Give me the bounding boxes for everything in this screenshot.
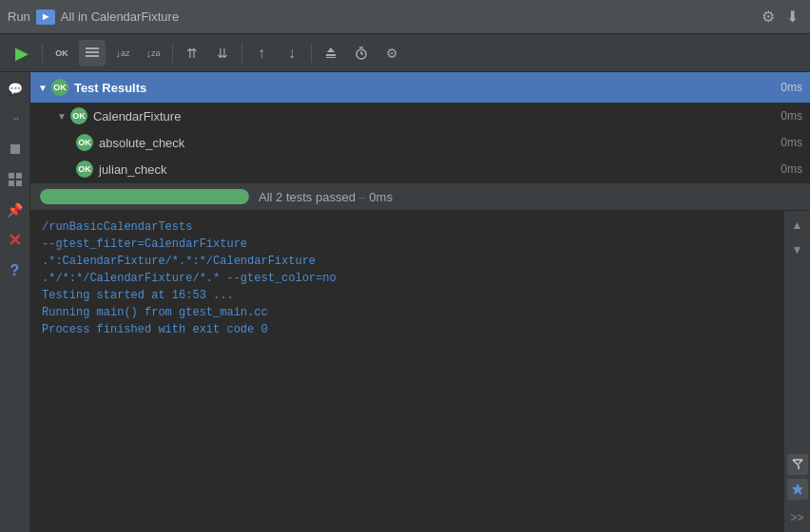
- progress-bar-fill: [40, 189, 249, 204]
- svg-rect-1: [86, 51, 99, 53]
- calendar-fixture-label: CalendarFixture: [93, 109, 182, 124]
- absolute-check-label: absolute_check: [99, 136, 184, 150]
- sidebar-grid-icon[interactable]: [3, 167, 28, 192]
- expand-more-button[interactable]: >>: [787, 507, 808, 528]
- run-icon: ▶: [36, 10, 55, 25]
- run-label: Run: [8, 10, 30, 24]
- sort-az-button[interactable]: ↓az: [109, 40, 136, 66]
- header-ok-badge: OK: [51, 79, 68, 96]
- ok-toggle-button[interactable]: OK: [48, 40, 75, 66]
- header-arrow-icon: ▼: [38, 83, 48, 93]
- export-icon: [324, 47, 338, 60]
- console-line-5: Running main() from gtest_main.cc: [42, 304, 772, 321]
- svg-rect-4: [326, 57, 336, 58]
- console-output: /runBasicCalendarTests --gtest_filter=Ca…: [30, 211, 783, 532]
- timer-icon: [355, 47, 368, 60]
- sort-za-button[interactable]: ↓za: [140, 40, 166, 66]
- svg-rect-2: [86, 55, 99, 57]
- run-play-button[interactable]: ▶: [8, 40, 36, 66]
- calendar-fixture-row[interactable]: ▼ OK CalendarFixture 0ms: [30, 103, 810, 129]
- main-area: 💬 · · 📌 ✕ ? ▼ OK Test Results: [0, 72, 810, 532]
- console-line-0: /runBasicCalendarTests: [42, 218, 772, 236]
- stop-icon: [9, 142, 22, 156]
- console-section: /runBasicCalendarTests --gtest_filter=Ca…: [30, 211, 810, 532]
- list-view-button[interactable]: [79, 40, 106, 66]
- progress-status-text: All 2 tests passed – 0ms: [259, 190, 393, 204]
- progress-area: All 2 tests passed – 0ms: [30, 182, 810, 211]
- arrow-down-button[interactable]: ↓: [279, 40, 305, 66]
- console-line-1: --gtest_filter=CalendarFixture: [42, 236, 772, 253]
- svg-rect-13: [9, 180, 14, 186]
- julian-check-time: 0ms: [781, 162, 802, 176]
- right-panel: ▲ ▼ >>: [783, 211, 810, 532]
- svg-line-15: [793, 460, 799, 466]
- arrow-up-button[interactable]: ↑: [248, 40, 275, 66]
- sort-up-button[interactable]: ⇈: [179, 40, 205, 66]
- title-right: ⚙ ⬇: [758, 6, 802, 28]
- svg-rect-14: [16, 180, 22, 186]
- export-button[interactable]: [318, 40, 344, 66]
- console-line-3: .*/*:*/CalendarFixture/*.* --gtest_color…: [42, 270, 772, 287]
- scroll-down-button[interactable]: ▼: [787, 239, 808, 260]
- download-button[interactable]: ⬇: [782, 6, 802, 28]
- scroll-up-button[interactable]: ▲: [787, 215, 808, 236]
- sidebar-x-icon[interactable]: ✕: [3, 228, 28, 253]
- svg-marker-19: [792, 484, 803, 495]
- filter-icon: [791, 458, 804, 471]
- sort-down-button[interactable]: ⇊: [209, 40, 236, 66]
- settings-button[interactable]: ⚙: [758, 6, 779, 28]
- julian-check-row[interactable]: OK julian_check 0ms: [30, 156, 810, 182]
- test-results-time: 0ms: [781, 81, 802, 94]
- content-panel: ▼ OK Test Results 0ms ▼ OK CalendarFixtu…: [30, 72, 810, 532]
- sidebar-stop-icon[interactable]: [3, 137, 28, 162]
- test-results-header[interactable]: ▼ OK Test Results 0ms: [30, 72, 810, 103]
- pin-button[interactable]: [787, 479, 808, 500]
- toolbar: ▶ OK ↓az ↓za ⇈ ⇊ ↑ ↓ ⚙: [0, 34, 810, 72]
- svg-rect-3: [326, 54, 336, 56]
- svg-rect-10: [10, 144, 20, 154]
- separator-4: [311, 44, 312, 63]
- window-title: All in CalendarFixture: [61, 10, 179, 24]
- separator-1: [42, 44, 43, 63]
- timer-button[interactable]: [348, 40, 375, 66]
- progress-status-label: All 2 tests passed: [259, 190, 356, 204]
- progress-bar-container: [40, 189, 249, 204]
- title-bar: Run ▶ All in CalendarFixture ⚙ ⬇: [0, 0, 810, 34]
- progress-time-label: 0ms: [369, 190, 393, 204]
- filter-active-button[interactable]: [787, 454, 808, 475]
- separator-2: [172, 44, 173, 63]
- ok-badge-icon: OK: [55, 48, 68, 58]
- grid-icon: [9, 173, 22, 186]
- julian-check-ok-badge: OK: [76, 161, 93, 178]
- test-tree: ▼ OK Test Results 0ms ▼ OK CalendarFixtu…: [30, 72, 810, 182]
- fixture-ok-badge: OK: [70, 107, 87, 124]
- sidebar-pin-icon[interactable]: 📌: [3, 198, 28, 222]
- sidebar-chat-icon[interactable]: 💬: [3, 76, 28, 101]
- console-line-4: Testing started at 16:53 ...: [42, 287, 772, 304]
- title-left: Run ▶ All in CalendarFixture: [8, 10, 179, 25]
- calendar-fixture-time: 0ms: [781, 109, 802, 123]
- config-button[interactable]: ⚙: [378, 40, 405, 66]
- sidebar-question-icon[interactable]: ?: [3, 258, 28, 283]
- separator-3: [241, 44, 242, 63]
- sidebar-dots-icon[interactable]: · ·: [3, 106, 28, 131]
- progress-separator: –: [359, 190, 370, 204]
- test-results-label: Test Results: [74, 81, 146, 95]
- absolute-check-ok-badge: OK: [76, 134, 93, 151]
- left-sidebar: 💬 · · 📌 ✕ ?: [0, 72, 30, 532]
- console-line-2: .*:CalendarFixture/*.*:*/CalendarFixture: [42, 253, 772, 270]
- console-line-6: Process finished with exit code 0: [42, 321, 772, 338]
- svg-marker-5: [327, 48, 335, 52]
- list-icon: [86, 47, 99, 60]
- absolute-check-row[interactable]: OK absolute_check 0ms: [30, 129, 810, 156]
- julian-check-label: julian_check: [99, 162, 167, 177]
- fixture-arrow-icon: ▼: [57, 111, 67, 122]
- svg-rect-12: [16, 173, 22, 179]
- svg-rect-0: [86, 48, 99, 49]
- absolute-check-time: 0ms: [781, 136, 802, 149]
- svg-rect-11: [9, 173, 14, 179]
- pin-icon: [791, 483, 804, 496]
